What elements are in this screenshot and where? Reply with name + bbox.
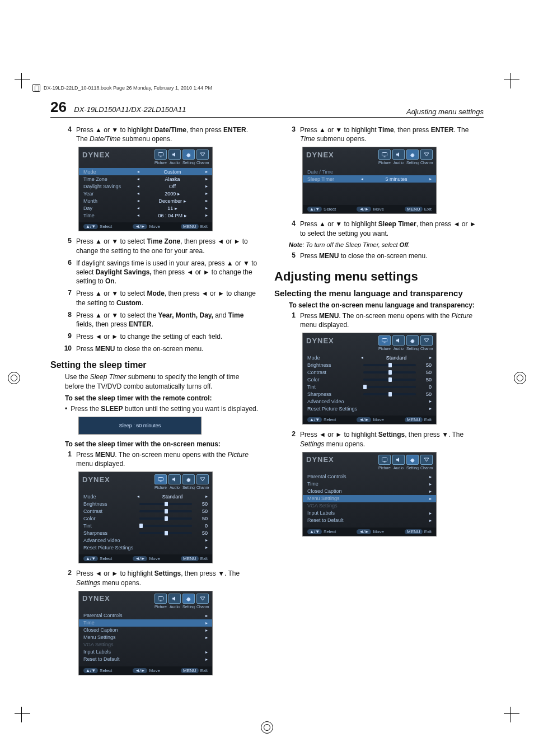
header-rule [50, 117, 484, 118]
svg-rect-4 [158, 596, 163, 600]
svg-rect-7 [384, 157, 386, 157]
crop-mark [504, 707, 519, 722]
bullet: Press the SLEEP button until the setting… [65, 404, 260, 413]
step: 4 Press ▲ or ▼ to highlight Date/Time, t… [62, 125, 260, 143]
right-column: 3Press ▲ or ▼ to highlight Time, then pr… [274, 125, 484, 681]
header-right: Adjusting menu settings [406, 108, 484, 116]
header-left: 26 DX-19LD150A11/DX-22LD150A11 [50, 99, 186, 116]
registration-mark [8, 372, 20, 384]
osd-time: DYNEXPictureAudioSettingsChannelDate / T… [302, 147, 437, 214]
svg-rect-0 [158, 153, 163, 156]
page-number: 26 [50, 99, 67, 115]
osd-settings-2: DYNEXPictureAudioSettingsChannelParental… [302, 452, 437, 536]
svg-rect-6 [382, 153, 387, 156]
svg-rect-10 [382, 458, 387, 461]
lead-onscreen: To set the sleep timer with the on-scree… [65, 440, 260, 448]
model-line: DX-19LD150A11/DX-22LD150A11 [74, 105, 186, 114]
heading-adjusting: Adjusting menu settings [274, 269, 484, 284]
book-meta-text: DX-19LD-22LD_10-0118.book Page 26 Monday… [44, 85, 212, 91]
registration-mark [514, 372, 526, 384]
heading-language: Selecting the menu language and transpar… [274, 288, 484, 298]
registration-mark [261, 721, 273, 734]
svg-rect-2 [158, 478, 163, 481]
book-icon [32, 84, 40, 92]
heading-sleep-timer: Setting the sleep timer [50, 360, 260, 370]
lead-remote: To set the sleep timer with the remote c… [65, 394, 260, 402]
osd-picture: DYNEXPictureAudioSettingsChannelMode◂Sta… [78, 472, 213, 563]
left-column: 4 Press ▲ or ▼ to highlight Date/Time, t… [50, 125, 260, 681]
osd-date-time: DYNEXPictureAudioSettingsChannelMode◂Cus… [78, 147, 213, 231]
crop-mark [504, 73, 519, 88]
svg-rect-8 [382, 339, 387, 342]
osd-sleep-banner: Sleep : 60 minutes [78, 417, 202, 435]
book-meta-line: DX-19LD-22LD_10-0118.book Page 26 Monday… [32, 84, 212, 92]
svg-rect-5 [160, 600, 162, 601]
crop-mark [15, 73, 30, 88]
crop-mark [15, 707, 30, 722]
svg-rect-11 [384, 461, 386, 462]
osd-picture-2: DYNEXPictureAudioSettingsChannelMode◂Sta… [302, 333, 437, 424]
svg-rect-1 [160, 157, 162, 157]
note: Note: To turn off the Sleep Timer, selec… [289, 241, 484, 248]
svg-rect-3 [160, 482, 162, 482]
osd-settings: DYNEXPictureAudioSettingsChannelParental… [78, 591, 213, 675]
svg-rect-9 [384, 343, 386, 343]
lead-language: To select the on-screen menu language an… [289, 301, 484, 309]
